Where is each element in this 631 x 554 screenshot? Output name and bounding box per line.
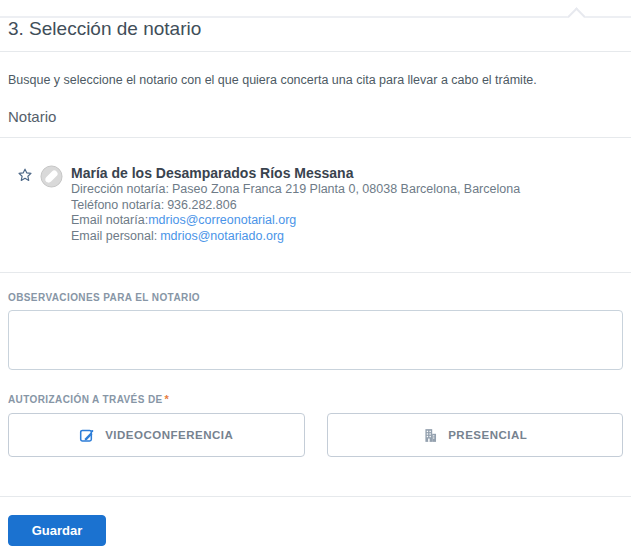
office-email-link[interactable]: mdrios@correonotarial.org (148, 213, 296, 227)
presencial-option-label: PRESENCIAL (448, 429, 527, 441)
office-email-label: Email notaría: (71, 213, 148, 227)
videoconference-option-label: VIDEOCONFERENCIA (105, 429, 233, 441)
authorization-label: AUTORIZACIÓN A TRAVÉS DE* (8, 393, 623, 405)
divider (0, 51, 631, 52)
observations-textarea[interactable] (8, 310, 623, 370)
notary-name: María de los Desamparados Ríos Messana (71, 165, 520, 182)
address-value: Paseo Zona Franca 219 Planta 0, 08038 Ba… (172, 182, 520, 196)
signature-screen-icon (79, 427, 96, 444)
avatar (40, 165, 63, 188)
phone-label: Teléfono notaría: (71, 198, 164, 212)
notary-office-email: Email notaría:mdrios@correonotarial.org (71, 213, 520, 229)
phone-value: 936.282.806 (167, 198, 237, 212)
divider (0, 137, 631, 138)
save-button[interactable]: Guardar (8, 515, 106, 546)
required-asterisk: * (165, 393, 170, 405)
notary-personal-email: Email personal:mdrios@notariado.org (71, 229, 520, 245)
intro-description: Busque y seleccione el notario con el qu… (8, 73, 623, 87)
videoconference-option-button[interactable]: VIDEOCONFERENCIA (8, 413, 305, 457)
page-title: 3. Selección de notario (8, 16, 623, 42)
notary-list-item[interactable]: María de los Desamparados Ríos Messana D… (8, 165, 623, 244)
notary-address: Dirección notaría:Paseo Zona Franca 219 … (71, 182, 520, 198)
notary-selection-page: 3. Selección de notario Busque y selecci… (0, 16, 631, 554)
personal-email-label: Email personal: (71, 229, 157, 243)
presencial-option-button[interactable]: PRESENCIAL (327, 413, 624, 457)
favorite-star-icon[interactable] (17, 167, 33, 183)
authorization-options: VIDEOCONFERENCIA PRESENCIAL (8, 413, 623, 457)
notary-info: María de los Desamparados Ríos Messana D… (71, 165, 520, 244)
building-icon (422, 427, 439, 444)
notary-section-label: Notario (8, 108, 623, 125)
divider (0, 496, 631, 497)
personal-email-link[interactable]: mdrios@notariado.org (160, 229, 284, 243)
observations-label: OBSERVACIONES PARA EL NOTARIO (8, 292, 623, 303)
divider (0, 272, 631, 273)
address-label: Dirección notaría: (71, 182, 169, 196)
authorization-label-text: AUTORIZACIÓN A TRAVÉS DE (8, 394, 163, 405)
top-divider (0, 16, 631, 18)
notary-phone: Teléfono notaría:936.282.806 (71, 198, 520, 214)
